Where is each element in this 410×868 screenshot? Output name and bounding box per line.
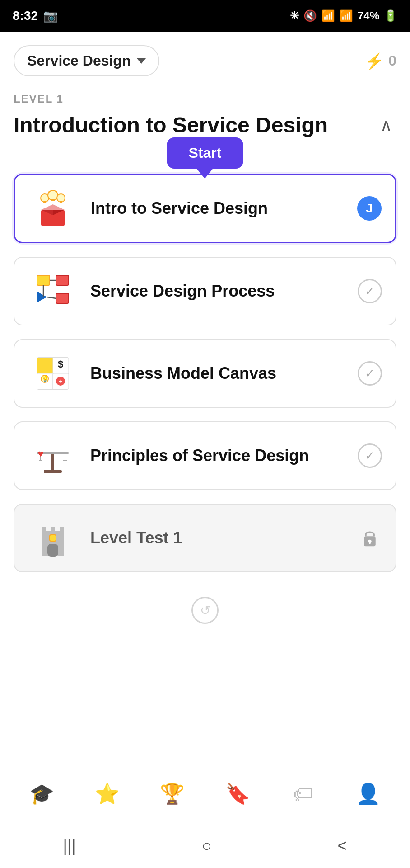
android-nav: ||| ○ < (0, 823, 410, 868)
svg-rect-16 (56, 293, 69, 303)
svg-rect-13 (37, 275, 50, 285)
partial-next-section: ↺ (14, 586, 396, 628)
chevron-down-icon (137, 58, 146, 64)
camera-icon: 📷 (43, 9, 58, 23)
svg-text:+: + (59, 377, 62, 385)
bottom-nav: 🎓 ⭐ 🏆 🔖 🏷 👤 (0, 764, 410, 823)
lesson-status-process: ✓ (358, 279, 382, 303)
lesson-title-intro: Intro to Service Design (91, 199, 357, 218)
svg-text:$: $ (58, 359, 63, 370)
svg-rect-40 (51, 527, 55, 534)
nav-item-profile[interactable]: 👤 (335, 782, 401, 806)
nav-item-leaderboard[interactable]: 🏆 (140, 782, 205, 806)
lesson-title-test: Level Test 1 (90, 528, 358, 547)
wifi-icon: 📶 (321, 9, 335, 22)
lesson-icon-intro (28, 186, 78, 231)
svg-rect-7 (51, 199, 55, 201)
svg-rect-41 (60, 527, 64, 534)
tooltip-arrow (197, 169, 213, 179)
start-tooltip: Start (167, 137, 243, 169)
status-time: 8:32 (13, 9, 38, 23)
signal-icon: 📶 (340, 9, 353, 22)
lesson-card-canvas[interactable]: $ 💡 + Business Model Canvas ✓ (14, 339, 396, 408)
lesson-card-process[interactable]: Service Design Process ✓ (14, 257, 396, 326)
nav-item-achievements[interactable]: ⭐ (75, 782, 140, 806)
lesson-status-canvas: ✓ (358, 361, 382, 386)
lesson-icon-test (28, 515, 78, 561)
svg-line-19 (47, 297, 56, 298)
svg-text:♥: ♥ (37, 448, 43, 459)
lesson-title-canvas: Business Model Canvas (90, 364, 358, 383)
profile-icon: 👤 (356, 782, 381, 806)
battery-text: 74% (358, 9, 379, 22)
level-label: LEVEL 1 (14, 93, 396, 105)
svg-rect-39 (42, 527, 46, 534)
mute-icon: 🔇 (303, 9, 317, 22)
nav-item-tags[interactable]: 🏷 (270, 783, 336, 805)
lesson-card-test[interactable]: Level Test 1 (14, 504, 396, 572)
partial-circle-icon: ↺ (191, 597, 219, 624)
svg-marker-1 (41, 204, 65, 210)
svg-rect-5 (43, 201, 46, 203)
svg-line-12 (56, 191, 57, 192)
bookmarks-icon: 🔖 (225, 782, 250, 806)
start-tooltip-wrapper: Start (167, 137, 243, 179)
lightning-icon: ⚡ (365, 52, 384, 70)
svg-line-11 (49, 191, 50, 192)
level-title: Introduction to Service Design (14, 113, 376, 137)
svg-rect-14 (56, 275, 69, 285)
tags-icon: 🏷 (293, 783, 313, 805)
status-bar: 8:32 📷 ✳ 🔇 📶 📶 74% 🔋 (0, 0, 410, 32)
bluetooth-icon: ✳ (290, 9, 299, 22)
score-value: 0 (388, 52, 396, 69)
lesson-icon-canvas: $ 💡 + (28, 351, 78, 396)
course-name: Service Design (27, 52, 130, 69)
nav-item-bookmarks[interactable]: 🔖 (205, 782, 270, 806)
android-home-btn[interactable]: ○ (202, 836, 212, 855)
header-bar: Service Design ⚡ 0 (14, 45, 396, 76)
lesson-status-test (358, 526, 382, 550)
lesson-icon-process (28, 269, 78, 314)
home-icon: 🎓 (29, 782, 54, 806)
android-menu-btn[interactable]: ||| (63, 836, 76, 855)
lesson-icon-principles: ♥ (28, 433, 78, 478)
svg-marker-15 (37, 292, 47, 302)
svg-rect-30 (51, 453, 54, 472)
svg-rect-9 (60, 201, 62, 203)
nav-item-home[interactable]: 🎓 (9, 782, 75, 806)
svg-rect-42 (47, 544, 58, 557)
level-title-row: Introduction to Service Design ∧ (14, 113, 396, 137)
svg-point-8 (57, 194, 65, 202)
lesson-title-process: Service Design Process (90, 282, 358, 301)
score-display: ⚡ 0 (365, 52, 396, 70)
lesson-card-principles[interactable]: ♥ Principles of Service Design ✓ (14, 421, 396, 490)
lesson-status-principles: ✓ (358, 443, 382, 468)
svg-rect-46 (369, 541, 371, 544)
lesson-status-intro: J (357, 196, 382, 221)
svg-rect-43 (50, 535, 56, 541)
achievements-icon: ⭐ (95, 782, 120, 806)
battery-icon: 🔋 (384, 9, 397, 22)
android-back-btn[interactable]: < (337, 836, 347, 855)
svg-rect-21 (37, 358, 53, 373)
course-selector[interactable]: Service Design (14, 45, 159, 76)
leaderboard-icon: 🏆 (160, 782, 185, 806)
svg-rect-31 (44, 470, 62, 473)
collapse-button[interactable]: ∧ (376, 116, 396, 135)
lesson-card-intro[interactable]: Intro to Service Design J (14, 174, 396, 243)
svg-text:💡: 💡 (41, 375, 49, 383)
main-content: Service Design ⚡ 0 LEVEL 1 Introduction … (0, 32, 410, 764)
lesson-title-principles: Principles of Service Design (90, 446, 358, 465)
